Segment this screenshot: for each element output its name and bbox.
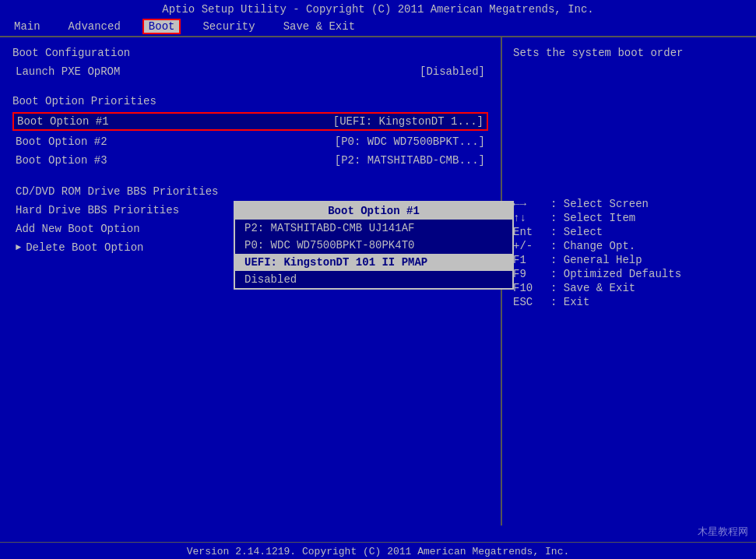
shortcut-desc-enter: : Select: [550, 226, 603, 238]
menu-main[interactable]: Main: [8, 19, 47, 34]
launch-pxe-row[interactable]: Launch PXE OpROM [Disabled]: [12, 64, 488, 79]
boot-option3-value: [P2: MATSHITABD-CMB...]: [335, 154, 485, 167]
app-title: Aptio Setup Utility - Copyright (C) 2011…: [162, 3, 594, 16]
boot-option2-label: Boot Option #2: [16, 135, 107, 148]
shortcut-enter: Ent : Select: [513, 226, 745, 238]
shortcut-esc: ESC : Exit: [513, 296, 745, 308]
add-new-boot-label: Add New Boot Option: [16, 223, 140, 235]
dropdown-item-3[interactable]: Disabled: [235, 271, 512, 288]
shortcut-key-f10: F10: [513, 282, 544, 294]
shortcut-desc-item: : Select Item: [550, 212, 635, 224]
boot-option2-row[interactable]: Boot Option #2 [P0: WDC WD7500BPKT...]: [12, 134, 488, 149]
shortcut-select-screen: ←→ : Select Screen: [513, 198, 745, 210]
boot-config-section-title: Boot Configuration: [12, 47, 488, 59]
shortcut-desc-change: : Change Opt.: [550, 240, 635, 252]
menu-save-exit[interactable]: Save & Exit: [277, 19, 361, 34]
shortcut-desc-esc: : Exit: [550, 296, 589, 308]
arrow-icon: ►: [16, 242, 21, 253]
dropdown-title: Boot Option #1: [235, 202, 512, 220]
right-panel: Sets the system boot order ←→ : Select S…: [502, 37, 756, 526]
menu-advanced[interactable]: Advanced: [62, 19, 127, 34]
footer: Version 2.14.1219. Copyright (C) 2011 Am…: [0, 542, 756, 559]
cddvd-priorities-row[interactable]: CD/DVD ROM Drive BBS Priorities: [12, 184, 488, 199]
shortcut-key-f9: F9: [513, 268, 544, 280]
launch-pxe-label: Launch PXE OpROM: [16, 65, 120, 78]
shortcut-desc-screen: : Select Screen: [550, 198, 649, 210]
shortcut-key-f1: F1: [513, 254, 544, 266]
shortcut-key-plusminus: +/-: [513, 240, 544, 252]
menu-boot[interactable]: Boot: [142, 19, 181, 34]
dropdown-popup: Boot Option #1 P2: MATSHITABD-CMB UJ141A…: [234, 201, 514, 290]
boot-option3-row[interactable]: Boot Option #3 [P2: MATSHITABD-CMB...]: [12, 153, 488, 168]
hard-drive-priorities-label: Hard Drive BBS Priorities: [16, 204, 179, 216]
shortcut-desc-f10: : Save & Exit: [550, 282, 635, 294]
shortcut-desc-f9: : Optimized Defaults: [550, 268, 681, 280]
shortcut-key-esc: ESC: [513, 296, 544, 308]
boot-option1-row[interactable]: Boot Option #1 [UEFI: KingstonDT 1...]: [12, 112, 488, 131]
dropdown-item-1[interactable]: P0: WDC WD7500BPKT-80PK4T0: [235, 237, 512, 254]
dropdown-item-0[interactable]: P2: MATSHITABD-CMB UJ141AF: [235, 220, 512, 237]
boot-option3-label: Boot Option #3: [16, 154, 107, 167]
shortcut-change-opt: +/- : Change Opt.: [513, 240, 745, 252]
shortcut-key-arrows-lr: ←→: [513, 198, 544, 210]
boot-option1-label: Boot Option #1: [17, 115, 109, 128]
main-layout: Boot Configuration Launch PXE OpROM [Dis…: [0, 37, 756, 526]
delete-boot-label: Delete Boot Option: [26, 241, 143, 254]
shortcut-f1: F1 : General Help: [513, 254, 745, 266]
dropdown-item-2[interactable]: UEFI: KingstonDT 101 II PMAP: [235, 254, 512, 271]
shortcut-key-arrows-ud: ↑↓: [513, 212, 544, 224]
left-panel: Boot Configuration Launch PXE OpROM [Dis…: [0, 37, 502, 526]
footer-text: Version 2.14.1219. Copyright (C) 2011 Am…: [187, 546, 569, 557]
boot-option1-value: [UEFI: KingstonDT 1...]: [333, 115, 483, 128]
launch-pxe-value: [Disabled]: [420, 65, 485, 78]
cddvd-priorities-label: CD/DVD ROM Drive BBS Priorities: [16, 185, 218, 198]
shortcuts-container: ←→ : Select Screen ↑↓ : Select Item Ent …: [513, 198, 745, 310]
boot-option-priorities-title: Boot Option Priorities: [12, 95, 488, 107]
menu-bar: Main Advanced Boot Security Save & Exit: [0, 17, 756, 37]
shortcut-desc-f1: : General Help: [550, 254, 642, 266]
title-bar: Aptio Setup Utility - Copyright (C) 2011…: [0, 0, 756, 17]
shortcut-f9: F9 : Optimized Defaults: [513, 268, 745, 280]
shortcut-select-item: ↑↓ : Select Item: [513, 212, 745, 224]
help-text: Sets the system boot order: [513, 47, 745, 59]
boot-option2-value: [P0: WDC WD7500BPKT...]: [335, 135, 485, 148]
watermark: 木星教程网: [698, 525, 748, 539]
shortcut-key-enter: Ent: [513, 226, 544, 238]
shortcut-f10: F10 : Save & Exit: [513, 282, 745, 294]
menu-security[interactable]: Security: [196, 19, 261, 34]
